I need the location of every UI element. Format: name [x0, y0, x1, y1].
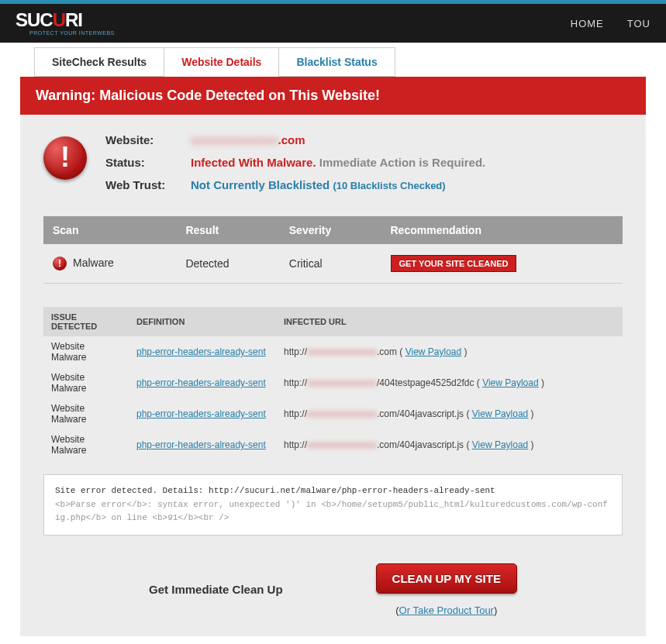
- view-payload-link[interactable]: View Payload: [472, 439, 529, 450]
- scan-name: Malware: [73, 257, 114, 269]
- nav-tour-truncated[interactable]: TOU: [627, 18, 650, 29]
- nav-home[interactable]: HOME: [571, 18, 604, 29]
- alert-icon: [43, 136, 87, 180]
- label-status: Status:: [105, 156, 191, 169]
- warning-banner: Warning: Malicious Code Detected on This…: [20, 77, 646, 115]
- issue-type: Website Malware: [43, 398, 129, 429]
- view-payload-link[interactable]: View Payload: [472, 408, 529, 419]
- view-payload-link[interactable]: View Payload: [482, 377, 539, 388]
- alert-icon-small: [53, 257, 67, 270]
- issue-type: Website Malware: [43, 336, 129, 367]
- issue-type: Website Malware: [43, 429, 129, 460]
- col-definition: DEFINITION: [129, 307, 276, 336]
- col-infected-url: INFECTED URL: [276, 307, 623, 336]
- clean-up-my-site-button[interactable]: CLEAN UP MY SITE: [376, 563, 517, 594]
- definition-link[interactable]: php-error-headers-already-sent: [136, 439, 266, 450]
- infected-url: http://xxxxxxxxxxxxxxx.com ( View Payloa…: [276, 336, 623, 367]
- scan-result: Detected: [176, 244, 279, 284]
- issue-row: Website Malwarephp-error-headers-already…: [43, 367, 623, 398]
- infected-url: http://xxxxxxxxxxxxxxx.com/404javascript…: [276, 398, 623, 429]
- error-details-box: Site error detected. Details: http://suc…: [43, 474, 623, 536]
- error-line-2: <b>Parse error</b>: syntax error, unexpe…: [55, 498, 611, 525]
- disclaimer-text: Your site appears to be hacked. Hacked s…: [20, 636, 646, 644]
- scan-summary-table: Scan Result Severity Recommendation Malw…: [43, 216, 623, 284]
- view-payload-link[interactable]: View Payload: [405, 346, 462, 357]
- tab-website-details[interactable]: Website Details: [164, 47, 279, 77]
- label-website: Website:: [105, 133, 191, 146]
- tab-blacklist[interactable]: Blacklist Status: [279, 47, 395, 77]
- definition-link[interactable]: php-error-headers-already-sent: [136, 408, 266, 419]
- infected-url: http://xxxxxxxxxxxxxxx/404testpage4525d2…: [276, 367, 623, 398]
- infected-url: http://xxxxxxxxxxxxxxx.com/404javascript…: [276, 429, 623, 460]
- issue-type: Website Malware: [43, 367, 129, 398]
- sucuri-logo[interactable]: SUCURI PROTECT YOUR INTERWEBS: [16, 11, 115, 36]
- scan-row: Malware Detected Critical GET YOUR SITE …: [43, 244, 623, 284]
- issues-table: ISSUE DETECTED DEFINITION INFECTED URL W…: [43, 307, 623, 460]
- error-line-1: Site error detected. Details: http://suc…: [55, 484, 611, 498]
- get-site-cleaned-button[interactable]: GET YOUR SITE CLEANED: [391, 255, 517, 272]
- value-status: Infected With Malware. Immediate Action …: [191, 156, 485, 169]
- issue-row: Website Malwarephp-error-headers-already…: [43, 429, 623, 460]
- value-webtrust: Not Currently Blacklisted (10 Blacklists…: [191, 178, 446, 191]
- product-tour-link[interactable]: Or Take Product Tour: [399, 604, 494, 616]
- top-navbar: SUCURI PROTECT YOUR INTERWEBS HOME TOU: [0, 4, 666, 43]
- col-issue: ISSUE DETECTED: [43, 307, 129, 336]
- value-website: xxxxxxxxxxxxxxx.com: [191, 133, 305, 146]
- tab-sitecheck[interactable]: SiteCheck Results: [34, 47, 164, 77]
- logo-text: SUCURI: [16, 11, 115, 29]
- issue-row: Website Malwarephp-error-headers-already…: [43, 336, 623, 367]
- definition-link[interactable]: php-error-headers-already-sent: [136, 346, 266, 357]
- definition-link[interactable]: php-error-headers-already-sent: [136, 377, 266, 388]
- label-webtrust: Web Trust:: [105, 178, 191, 191]
- col-severity: Severity: [280, 216, 381, 244]
- cta-heading: Get Immediate Clean Up: [149, 583, 283, 596]
- logo-tagline: PROTECT YOUR INTERWEBS: [29, 30, 115, 36]
- result-tabs: SiteCheck Results Website Details Blackl…: [34, 47, 666, 77]
- scan-severity: Critical: [280, 244, 381, 284]
- results-panel: Website: xxxxxxxxxxxxxxx.com Status: Inf…: [20, 115, 646, 636]
- product-tour-link-wrap: (Or Take Product Tour): [395, 604, 497, 616]
- col-recommendation: Recommendation: [381, 216, 623, 244]
- issue-row: Website Malwarephp-error-headers-already…: [43, 398, 623, 429]
- col-scan: Scan: [43, 216, 176, 244]
- col-result: Result: [176, 216, 279, 244]
